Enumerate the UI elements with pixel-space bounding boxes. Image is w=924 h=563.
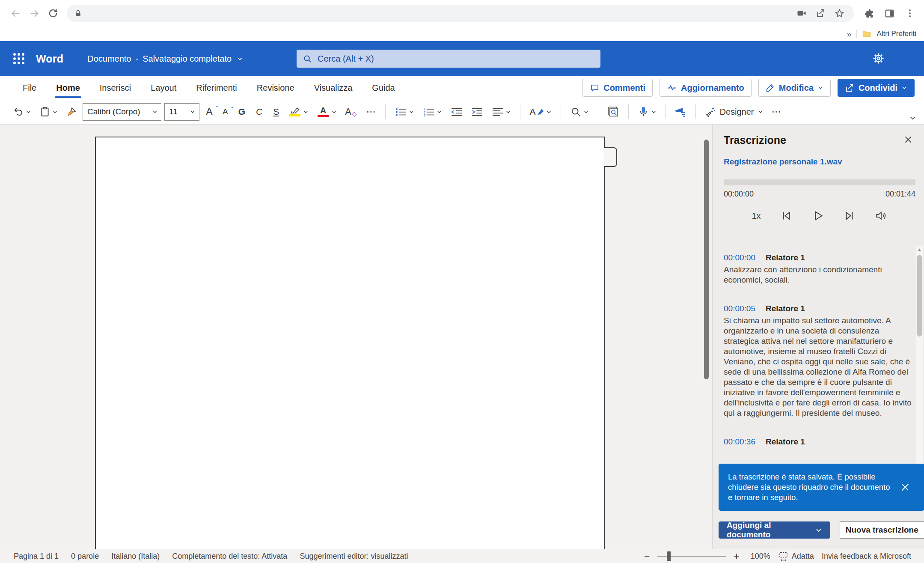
bookmarks-folder-label[interactable]: Altri Preferiti	[876, 30, 916, 38]
share-icon[interactable]	[813, 6, 828, 21]
address-input[interactable]	[87, 9, 794, 18]
language-indicator[interactable]: Italiano (Italia)	[111, 552, 160, 561]
transcript-entry[interactable]: 00:00:05 Relatore 1 Si chiama un impatto…	[724, 304, 916, 418]
highlight-button[interactable]	[286, 105, 311, 119]
bullet-list-button[interactable]	[392, 104, 417, 119]
transcript-entry[interactable]: 00:00:36 Relatore 1	[724, 437, 916, 447]
chevron-down-icon	[817, 85, 823, 91]
underline-button[interactable]: S	[269, 107, 283, 117]
feedback-link[interactable]: Invia feedback a Microsoft	[822, 552, 911, 561]
clear-formatting-button[interactable]: A ◇	[342, 104, 360, 119]
entry-timestamp[interactable]: 00:00:05	[724, 304, 755, 313]
collapse-ribbon-icon[interactable]	[909, 114, 916, 122]
pencil-icon	[766, 83, 775, 92]
entry-timestamp[interactable]: 00:00:00	[724, 253, 755, 262]
divider	[561, 104, 561, 119]
editor-button[interactable]	[672, 104, 689, 120]
title-separator: -	[136, 54, 139, 64]
dictate-button[interactable]	[635, 104, 659, 120]
document-title-group[interactable]: Documento - Salvataggio completato	[87, 54, 243, 64]
alignment-button[interactable]	[489, 104, 514, 119]
search-box[interactable]	[297, 50, 600, 68]
numbered-list-button[interactable]: 123	[420, 104, 445, 119]
page-count[interactable]: Pagina 1 di 1	[14, 552, 59, 561]
tab-visualizza[interactable]: Visualizza	[304, 77, 362, 99]
zoom-slider[interactable]	[657, 556, 726, 557]
undo-button[interactable]	[10, 104, 34, 119]
comments-button[interactable]: Commenti	[582, 79, 653, 97]
side-panel-icon[interactable]	[881, 5, 897, 21]
numbered-list-icon: 123	[422, 107, 435, 117]
bookmarks-overflow-chevron[interactable]: »	[847, 30, 852, 38]
tab-home[interactable]: Home	[46, 77, 90, 99]
tab-layout[interactable]: Layout	[141, 77, 186, 99]
browser-menu-icon[interactable]	[902, 5, 918, 21]
camera-icon[interactable]	[794, 6, 809, 21]
grow-font-button[interactable]: Aˆ	[202, 106, 216, 118]
toast-close-icon[interactable]	[900, 482, 910, 492]
skip-forward-icon[interactable]	[843, 209, 856, 222]
italic-button[interactable]: C	[252, 107, 266, 117]
document-page[interactable]	[95, 137, 605, 549]
font-color-button[interactable]: A	[314, 104, 339, 119]
add-to-document-button[interactable]: Aggiungi al documento	[719, 521, 830, 539]
zoom-in-button[interactable]: +	[734, 551, 739, 561]
tab-file[interactable]: File	[13, 77, 46, 99]
divider	[856, 30, 857, 38]
decrease-indent-button[interactable]	[448, 104, 465, 119]
transcript-scrollbar[interactable]: ▲	[916, 246, 923, 464]
close-pane-icon[interactable]	[903, 135, 913, 144]
browser-reload-icon[interactable]	[44, 4, 62, 23]
transcript-entry[interactable]: 00:00:00 Relatore 1 Analizzare con atten…	[724, 253, 916, 285]
app-name[interactable]: Word	[36, 53, 63, 65]
playback-speed-button[interactable]: 1x	[752, 211, 761, 221]
zoom-level[interactable]: 100%	[751, 552, 770, 561]
entry-timestamp[interactable]: 00:00:36	[724, 437, 755, 447]
share-button[interactable]: Condividi	[838, 79, 915, 97]
app-launcher-button[interactable]	[9, 49, 28, 68]
browser-forward-icon[interactable]	[25, 4, 44, 23]
word-count[interactable]: 0 parole	[71, 552, 99, 561]
comment-anchor-box[interactable]	[604, 147, 617, 167]
more-toolbar-options-icon[interactable]: ⋯	[769, 106, 784, 117]
shrink-font-button[interactable]: Aˇ	[219, 107, 232, 116]
tab-riferimenti[interactable]: Riferimenti	[186, 77, 247, 99]
format-painter-button[interactable]	[63, 104, 80, 119]
extensions-puzzle-icon[interactable]	[861, 5, 877, 21]
editor-suggestions-status[interactable]: Suggerimenti editor: visualizzati	[300, 552, 408, 561]
play-icon[interactable]	[811, 209, 824, 222]
tab-guida[interactable]: Guida	[362, 77, 404, 99]
increase-indent-button[interactable]	[468, 104, 486, 119]
edit-mode-button[interactable]: Modifica	[758, 79, 831, 97]
new-transcription-button[interactable]: Nuova trascrizione	[840, 521, 924, 539]
paste-button[interactable]	[37, 104, 60, 119]
document-scrollbar[interactable]	[704, 140, 709, 379]
search-input[interactable]	[318, 54, 594, 64]
volume-icon[interactable]	[875, 209, 888, 222]
search-documents-button[interactable]	[605, 104, 622, 120]
divider	[695, 104, 696, 119]
zoom-out-button[interactable]: −	[644, 551, 650, 561]
update-button[interactable]: Aggiornamento	[660, 79, 752, 97]
font-name-select[interactable]: Calibri (Corpo)	[83, 103, 161, 121]
scrollbar-thumb[interactable]	[917, 255, 922, 337]
find-button[interactable]	[567, 104, 591, 120]
tab-revisione[interactable]: Revisione	[247, 77, 304, 99]
settings-gear-icon[interactable]	[872, 52, 885, 65]
bold-button[interactable]: G	[235, 107, 249, 117]
scroll-up-arrow-icon[interactable]: ▲	[916, 246, 923, 252]
fit-width-button[interactable]: Adatta	[778, 551, 814, 562]
recording-file-link[interactable]: Registrazione personale 1.wav	[724, 157, 842, 167]
tab-inserisci[interactable]: Inserisci	[90, 77, 141, 99]
browser-back-icon[interactable]	[6, 4, 25, 23]
skip-back-icon[interactable]	[780, 209, 793, 222]
text-completion-status[interactable]: Completamento del testo: Attivata	[172, 552, 287, 561]
more-font-options-icon[interactable]: ⋯	[363, 106, 379, 117]
designer-button[interactable]: Designer	[702, 104, 766, 119]
address-bar[interactable]	[67, 5, 854, 22]
font-size-select[interactable]: 11	[164, 103, 199, 121]
styles-button[interactable]: A	[527, 104, 554, 119]
bookmark-star-icon[interactable]	[832, 6, 847, 21]
zoom-slider-thumb[interactable]	[667, 551, 671, 561]
audio-progress-bar[interactable]	[724, 179, 915, 185]
